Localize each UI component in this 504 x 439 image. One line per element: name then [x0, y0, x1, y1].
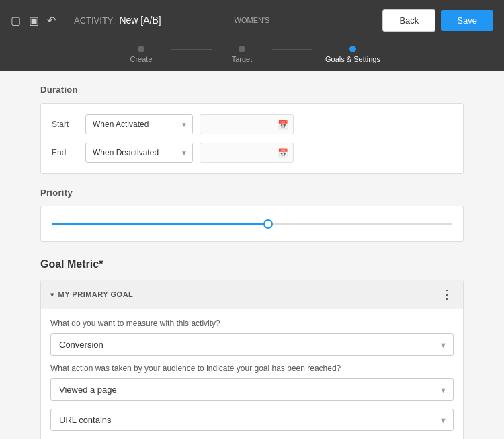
goal-card-header: ▾ MY PRIMARY GOAL ⋮	[41, 280, 463, 309]
url-condition-select-wrapper: URL contains URL equals URL starts with …	[50, 409, 454, 431]
goal-chevron-icon[interactable]: ▾	[50, 291, 54, 298]
start-select[interactable]: When Activated On Date	[85, 114, 193, 134]
step-goals-label: Goals & Settings	[325, 55, 380, 63]
back-button[interactable]: Back	[382, 9, 435, 32]
viewed-select[interactable]: Viewed a page Clicked an element	[50, 378, 454, 401]
layout-icon[interactable]: ▣	[29, 14, 39, 27]
priority-slider-fill	[52, 223, 272, 225]
duration-title: Duration	[40, 85, 464, 95]
activity-label: ACTIVITY:	[74, 15, 115, 26]
goal-card-header-left: ▾ MY PRIMARY GOAL	[50, 290, 133, 298]
steps-container: Create Target Goals & Settings	[111, 46, 393, 63]
step-create-dot	[138, 46, 144, 52]
start-date-wrapper: 📅	[200, 114, 294, 134]
priority-slider-track	[52, 223, 452, 225]
priority-slider-container	[52, 217, 452, 231]
toolbar-icons: ▢ ▣ ↶	[11, 14, 56, 27]
end-select[interactable]: When Deactivated On Date	[85, 143, 193, 163]
activity-name: New [A/B]	[119, 15, 161, 26]
grid-icon[interactable]: ▢	[11, 14, 21, 27]
url-condition-select[interactable]: URL contains URL equals URL starts with	[50, 409, 454, 431]
viewed-select-wrapper: Viewed a page Clicked an element ▼	[50, 378, 454, 401]
goal-card: ▾ MY PRIMARY GOAL ⋮ What do you want to …	[40, 280, 464, 439]
step-goals[interactable]: Goals & Settings	[312, 46, 393, 63]
step-target-dot	[239, 46, 245, 52]
priority-section: Priority	[40, 188, 464, 242]
duration-card: Start When Activated On Date ▼ 📅 End Whe…	[40, 103, 464, 174]
goal-card-body: What do you want to measure with this ac…	[41, 309, 463, 439]
primary-goal-label: MY PRIMARY GOAL	[58, 290, 134, 298]
start-row: Start When Activated On Date ▼ 📅	[52, 114, 452, 134]
main-content: Duration Start When Activated On Date ▼ …	[0, 71, 504, 439]
end-label: End	[52, 148, 85, 157]
priority-title: Priority	[40, 188, 464, 198]
conversion-select[interactable]: Conversion Engagement Revenue	[50, 333, 454, 356]
end-select-wrapper: When Deactivated On Date ▼	[85, 143, 193, 163]
priority-slider-thumb[interactable]	[263, 219, 273, 229]
undo-icon[interactable]: ↶	[47, 14, 56, 27]
top-bar-actions: Back Save	[382, 9, 493, 32]
step-line-2	[272, 49, 312, 50]
end-date-input[interactable]	[200, 143, 294, 163]
steps-bar: Create Target Goals & Settings	[0, 40, 504, 71]
question2-text: What action was taken by your audience t…	[50, 364, 454, 373]
step-create-label: Create	[130, 55, 152, 63]
priority-card	[40, 206, 464, 242]
brand-label: WOMEN'S	[235, 16, 270, 24]
step-target-label: Target	[232, 55, 253, 63]
question1-text: What do you want to measure with this ac…	[50, 319, 454, 328]
step-target[interactable]: Target	[212, 46, 272, 63]
step-goals-dot	[349, 46, 356, 52]
end-row: End When Deactivated On Date ▼ 📅	[52, 143, 452, 163]
end-date-wrapper: 📅	[200, 143, 294, 163]
start-select-wrapper: When Activated On Date ▼	[85, 114, 193, 134]
goal-metric-title: Goal Metric*	[40, 258, 464, 270]
start-label: Start	[52, 120, 85, 129]
conversion-select-wrapper: Conversion Engagement Revenue ▼	[50, 333, 454, 356]
save-button[interactable]: Save	[441, 10, 493, 31]
start-date-input[interactable]	[200, 114, 294, 134]
top-bar: ▢ ▣ ↶ WOMEN'S ACTIVITY: New [A/B] Back S…	[0, 0, 504, 40]
goal-options-menu[interactable]: ⋮	[441, 287, 454, 302]
step-line-1	[171, 49, 212, 50]
brand-text: WOMEN'S	[235, 16, 270, 24]
step-create[interactable]: Create	[111, 46, 171, 63]
